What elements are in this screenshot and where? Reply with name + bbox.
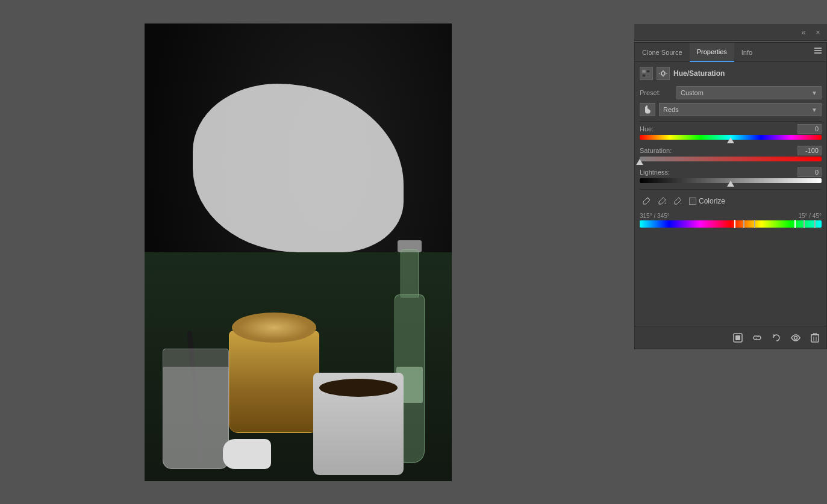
subtract-sample-button[interactable]: -: [671, 194, 684, 208]
saturation-section: Saturation: -100: [640, 146, 822, 164]
adjustment-title-row: Hue/Saturation: [640, 67, 822, 80]
coffee-body: [229, 331, 319, 433]
saturation-value[interactable]: -100: [797, 146, 822, 155]
adjustment-type-icon: [657, 67, 670, 80]
lightness-thumb[interactable]: [727, 181, 734, 187]
hue-label-row: Hue: 0: [640, 124, 822, 134]
bottle-neck: [401, 249, 419, 297]
preset-dropdown[interactable]: Custom ▼: [676, 86, 822, 99]
color-spectrum-bar[interactable]: [640, 220, 822, 228]
layer-icon: [640, 67, 653, 80]
preset-row: Preset: Custom ▼: [640, 86, 822, 99]
hue-label: Hue:: [640, 125, 654, 132]
svg-rect-0: [642, 70, 646, 73]
delete-button[interactable]: [808, 331, 822, 344]
eyedropper-button[interactable]: [640, 194, 653, 208]
range-marker-center: [734, 220, 735, 228]
panel-topbar: « ×: [634, 24, 827, 41]
svg-point-9: [648, 198, 649, 199]
panel-body: Hue/Saturation Preset: Custom ▼ Reds ▼: [635, 62, 826, 326]
hue-value[interactable]: 0: [797, 124, 822, 134]
svg-rect-1: [646, 70, 650, 73]
channel-row: Reds ▼: [640, 103, 822, 116]
channel-dropdown-arrow: ▼: [811, 107, 817, 113]
saturation-slider[interactable]: [640, 157, 822, 164]
svg-rect-13: [735, 335, 740, 340]
hue-slider[interactable]: [640, 135, 822, 142]
tab-info[interactable]: Info: [734, 43, 760, 62]
range-marker-2: [804, 220, 805, 228]
separator-1: [640, 121, 822, 122]
hue-section: Hue: 0: [640, 124, 822, 142]
panel-footer: [635, 326, 826, 349]
colorize-checkbox-row: Colorize: [689, 197, 725, 205]
range-marker-3: [814, 220, 816, 228]
separator-2: [640, 189, 822, 190]
tab-properties[interactable]: Properties: [690, 43, 734, 62]
tab-clone-source[interactable]: Clone Source: [635, 43, 690, 62]
cup-liquid: [319, 379, 398, 397]
range-marker-4: [743, 220, 744, 228]
preset-label: Preset:: [640, 89, 673, 96]
hand: [223, 439, 271, 469]
canvas-image: [145, 23, 452, 481]
color-range-labels: 315° / 345° 15° / 45°: [640, 213, 822, 219]
svg-rect-3: [646, 74, 650, 77]
channel-dropdown[interactable]: Reds ▼: [659, 103, 822, 116]
lightness-label-row: Lightness: 0: [640, 167, 822, 177]
range-marker-5: [754, 220, 755, 228]
lightness-label: Lightness:: [640, 169, 670, 176]
link-button[interactable]: [751, 331, 764, 344]
saturation-label: Saturation:: [640, 147, 672, 154]
reset-button[interactable]: [770, 331, 783, 344]
hue-thumb[interactable]: [727, 137, 734, 143]
color-range-section: 315° / 345° 15° / 45°: [640, 213, 822, 228]
svg-rect-2: [642, 74, 646, 77]
saturation-thumb[interactable]: [636, 159, 643, 165]
svg-rect-16: [811, 335, 819, 342]
lightness-slider[interactable]: [640, 178, 822, 185]
sat-gradient: [640, 157, 822, 161]
lightness-value[interactable]: 0: [797, 167, 822, 177]
add-sample-button[interactable]: +: [655, 194, 669, 208]
visibility-button[interactable]: [789, 331, 802, 344]
svg-point-15: [794, 336, 797, 339]
panel-tabs: Clone Source Properties Info: [635, 43, 826, 62]
canvas-area: [0, 0, 596, 504]
svg-text:-: -: [680, 201, 682, 205]
add-mask-button[interactable]: [731, 331, 744, 344]
hand-tool-button[interactable]: [640, 103, 655, 116]
svg-text:+: +: [664, 201, 666, 205]
collapse-left-icon[interactable]: «: [798, 27, 809, 38]
glass-body: [163, 349, 229, 469]
range-marker-1: [794, 220, 796, 228]
white-cup: [313, 367, 404, 475]
range-left-label: 315° / 345°: [640, 213, 670, 219]
close-panel-icon[interactable]: ×: [813, 27, 823, 38]
center-coffee: [229, 313, 319, 433]
colorize-row: + - Colorize: [640, 194, 822, 208]
lightness-section: Lightness: 0: [640, 167, 822, 185]
coffee-foam: [232, 313, 316, 343]
saturation-label-row: Saturation: -100: [640, 146, 822, 155]
properties-panel: Clone Source Properties Info: [634, 42, 827, 349]
range-right-label: 15° / 45°: [798, 213, 822, 219]
colorize-checkbox[interactable]: [689, 198, 696, 205]
eyedropper-group: + -: [640, 194, 684, 208]
svg-point-4: [661, 72, 665, 75]
adjustment-title: Hue/Saturation: [673, 69, 725, 78]
preset-dropdown-arrow: ▼: [811, 90, 817, 96]
panel-menu-icon[interactable]: [814, 48, 822, 54]
colorize-label: Colorize: [699, 197, 725, 205]
